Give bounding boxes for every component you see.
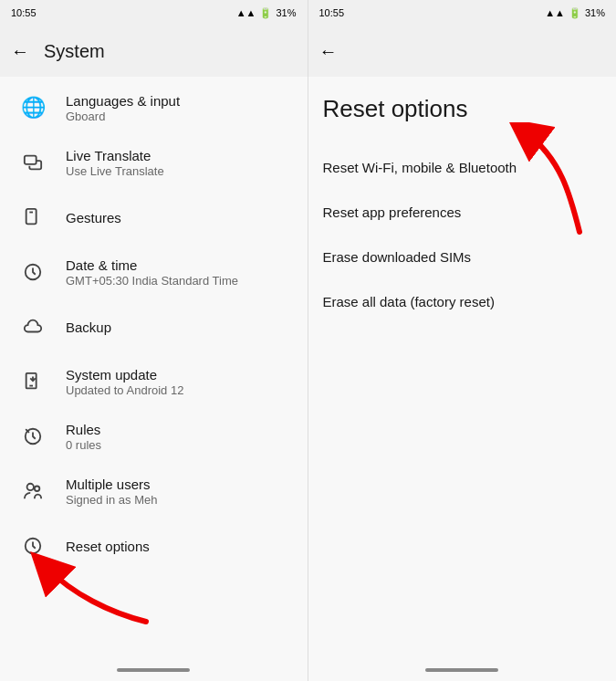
svg-point-8 (27, 484, 34, 490)
right-bottom-bar (308, 659, 617, 681)
date-time-icon (15, 254, 51, 290)
languages-text: Languages & input Gboard (66, 93, 180, 123)
right-home-indicator (425, 668, 498, 672)
erase-all-item[interactable]: Erase all data (factory reset) (323, 279, 602, 324)
gestures-title: Gestures (66, 210, 121, 225)
battery-icon: 🔋 (259, 7, 272, 19)
rules-subtitle: 0 rules (66, 438, 101, 452)
system-update-title: System update (66, 367, 183, 382)
languages-icon: 🌐 (15, 89, 51, 126)
live-translate-icon (15, 144, 51, 181)
svg-rect-0 (25, 156, 37, 164)
settings-item-date-time[interactable]: Date & time GMT+05:30 India Standard Tim… (0, 245, 308, 299)
left-status-icons: ▲▲ 🔋 31% (236, 7, 297, 19)
app-wrapper: 10:55 ▲▲ 🔋 31% ← System 🌐 Languages & in… (0, 0, 616, 681)
settings-item-languages[interactable]: 🌐 Languages & input Gboard (0, 80, 308, 135)
date-time-subtitle: GMT+05:30 India Standard Time (66, 274, 238, 288)
right-status-icons: ▲▲ 🔋 31% (545, 7, 605, 19)
reset-options-icon (15, 528, 51, 564)
right-panel: 10:55 ▲▲ 🔋 31% ← Reset options Reset Wi-… (308, 0, 617, 681)
multiple-users-icon (15, 473, 51, 509)
left-back-button[interactable]: ← (11, 41, 29, 62)
settings-item-reset-options[interactable]: Reset options (0, 519, 308, 573)
right-time: 10:55 (319, 7, 345, 18)
live-translate-subtitle: Use Live Translate (66, 164, 164, 178)
left-top-bar: ← System (0, 26, 308, 77)
signal-icon: ▲▲ (236, 7, 256, 18)
settings-list: 🌐 Languages & input Gboard Live Translat… (0, 77, 308, 659)
rules-title: Rules (66, 422, 101, 437)
reset-options-text: Reset options (66, 539, 150, 554)
left-battery: 31% (276, 7, 296, 18)
right-battery-icon: 🔋 (569, 7, 581, 19)
backup-text: Backup (66, 320, 111, 335)
left-time: 10:55 (11, 7, 37, 18)
left-home-indicator (117, 668, 190, 672)
left-page-title: System (44, 41, 105, 62)
right-status-bar: 10:55 ▲▲ 🔋 31% (308, 0, 617, 26)
system-update-text: System update Updated to Android 12 (66, 367, 183, 397)
date-time-text: Date & time GMT+05:30 India Standard Tim… (66, 257, 238, 288)
rules-icon (15, 418, 51, 455)
gestures-text: Gestures (66, 210, 121, 225)
multiple-users-subtitle: Signed in as Meh (66, 493, 157, 507)
reset-options-title: Reset options (66, 539, 150, 554)
languages-title: Languages & input (66, 93, 180, 109)
right-signal-icon: ▲▲ (545, 7, 565, 18)
languages-subtitle: Gboard (66, 110, 180, 123)
backup-title: Backup (66, 320, 111, 335)
multiple-users-text: Multiple users Signed in as Meh (66, 477, 157, 507)
settings-item-gestures[interactable]: Gestures (0, 190, 308, 245)
system-update-subtitle: Updated to Android 12 (66, 383, 183, 397)
live-translate-text: Live Translate Use Live Translate (66, 148, 164, 178)
right-page-title: Reset options (323, 95, 602, 123)
live-translate-title: Live Translate (66, 148, 164, 163)
date-time-title: Date & time (66, 257, 238, 273)
left-status-bar: 10:55 ▲▲ 🔋 31% (0, 0, 308, 26)
rules-text: Rules 0 rules (66, 422, 101, 452)
erase-sims-item[interactable]: Erase downloaded SIMs (323, 235, 602, 279)
reset-app-item[interactable]: Reset app preferences (323, 190, 602, 235)
gestures-icon (15, 199, 51, 236)
svg-point-9 (35, 487, 40, 492)
settings-item-rules[interactable]: Rules 0 rules (0, 409, 308, 464)
system-update-icon (15, 363, 51, 400)
right-top-bar: ← (308, 26, 617, 77)
multiple-users-title: Multiple users (66, 477, 157, 492)
right-battery: 31% (585, 7, 605, 18)
left-bottom-bar (0, 659, 308, 681)
svg-rect-1 (26, 209, 37, 225)
settings-item-backup[interactable]: Backup (0, 299, 308, 354)
reset-wifi-item[interactable]: Reset Wi-Fi, mobile & Bluetooth (323, 145, 602, 190)
settings-item-system-update[interactable]: System update Updated to Android 12 (0, 354, 308, 409)
backup-icon (15, 309, 51, 345)
right-back-button[interactable]: ← (319, 41, 338, 62)
settings-item-live-translate[interactable]: Live Translate Use Live Translate (0, 135, 308, 190)
settings-item-multiple-users[interactable]: Multiple users Signed in as Meh (0, 464, 308, 519)
left-panel: 10:55 ▲▲ 🔋 31% ← System 🌐 Languages & in… (0, 0, 308, 681)
right-content: Reset options Reset Wi-Fi, mobile & Blue… (308, 77, 617, 659)
